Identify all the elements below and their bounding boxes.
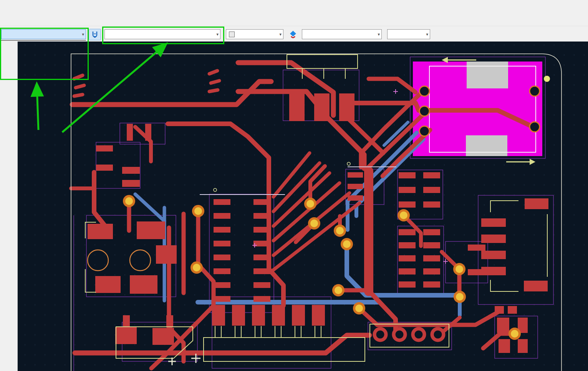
- zoom-select[interactable]: ▾: [387, 29, 430, 39]
- pcb-canvas[interactable]: [18, 42, 588, 371]
- main-toolbar: [0, 10, 588, 26]
- via-tool-icon[interactable]: [287, 29, 299, 40]
- layer-select[interactable]: ▾: [226, 29, 283, 39]
- chevron-down-icon: ▾: [82, 32, 84, 37]
- left-toolbar: [0, 42, 18, 371]
- kicad-pcb-editor-window: ▾ ▾ ▾ ▾ ▾: [0, 0, 588, 371]
- chevron-down-icon: ▾: [279, 32, 282, 37]
- track-width-select[interactable]: ▾: [1, 29, 86, 39]
- chevron-down-icon: ▾: [426, 32, 428, 37]
- layer-color-swatch: [229, 32, 235, 37]
- origin-dot: [544, 76, 550, 82]
- chevron-down-icon: ▾: [378, 32, 380, 37]
- via-size-select[interactable]: ▾: [104, 29, 220, 39]
- track-dropdown-list: [1, 40, 86, 41]
- grid-select[interactable]: ▾: [302, 29, 382, 39]
- chevron-down-icon: ▾: [216, 32, 219, 37]
- options-toolbar: ▾ ▾ ▾ ▾ ▾: [0, 26, 588, 42]
- menu-bar: [0, 0, 588, 10]
- track-posture-icon[interactable]: [89, 29, 101, 40]
